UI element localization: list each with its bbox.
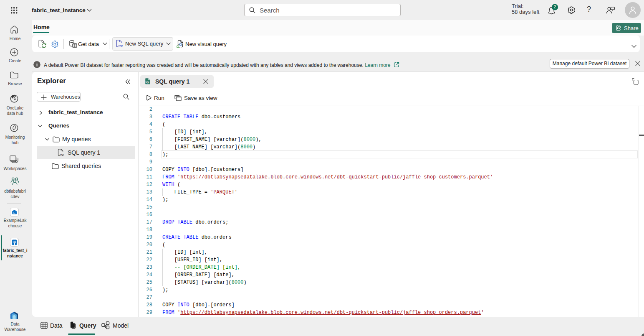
svg-text:SQL: SQL xyxy=(145,81,149,84)
svg-text:SQL: SQL xyxy=(60,153,64,156)
svg-text:SQL: SQL xyxy=(119,44,123,47)
svg-text:2: 2 xyxy=(554,5,556,9)
